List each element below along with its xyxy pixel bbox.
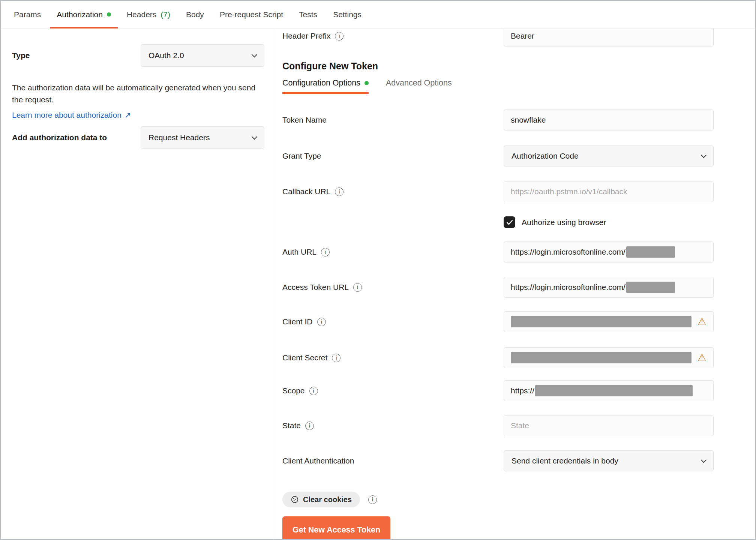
grant-type-select[interactable]: Authorization Code xyxy=(504,146,714,166)
warning-icon[interactable]: ⚠ xyxy=(698,317,706,327)
green-dot-icon xyxy=(364,81,369,85)
warning-icon[interactable]: ⚠ xyxy=(698,353,706,363)
subtab-label: Advanced Options xyxy=(386,78,452,88)
info-icon[interactable]: i xyxy=(335,32,344,40)
token-config-subtabs: Configuration Options Advanced Options xyxy=(282,78,714,94)
authorize-browser-checkbox[interactable] xyxy=(504,216,515,228)
auth-description: The authorization data will be automatic… xyxy=(12,82,260,106)
oauth2-config-panel: Header Prefix i Configure New Token Conf… xyxy=(274,28,755,539)
authorize-browser-label[interactable]: Authorize using browser xyxy=(522,218,606,227)
info-icon[interactable]: i xyxy=(317,318,326,326)
clear-cookies-button[interactable]: Clear cookies xyxy=(282,492,360,507)
token-name-label: Token Name xyxy=(282,116,327,124)
access-token-url-row: Access Token URL i https://login.microso… xyxy=(282,277,714,298)
tab-label: Params xyxy=(14,10,41,19)
client-id-row: Client ID i ⚠ xyxy=(282,311,714,332)
state-label: State xyxy=(282,421,301,430)
tab-label: Authorization xyxy=(57,10,103,19)
client-authentication-row: Client Authentication Send client creden… xyxy=(282,450,714,471)
tab-tests[interactable]: Tests xyxy=(291,1,325,28)
subtab-advanced-options[interactable]: Advanced Options xyxy=(386,78,452,94)
auth-type-row: Type OAuth 2.0 xyxy=(12,44,264,67)
state-input[interactable] xyxy=(504,415,714,436)
grant-type-label: Grant Type xyxy=(282,152,321,160)
auth-url-value: https://login.microsoftonline.com/ xyxy=(511,248,626,256)
add-auth-data-label: Add authorization data to xyxy=(12,133,107,142)
tab-authorization[interactable]: Authorization xyxy=(49,1,119,28)
tab-pre-request-script[interactable]: Pre-request Script xyxy=(212,1,291,28)
authorization-content: Type OAuth 2.0 The authorization data wi… xyxy=(1,28,755,539)
header-prefix-label-group: Header Prefix i xyxy=(282,32,504,40)
tab-headers[interactable]: Headers (7) xyxy=(119,1,178,28)
learn-more-text: Learn more about authorization xyxy=(12,111,122,120)
scope-value: https:// xyxy=(511,386,534,395)
add-auth-data-row: Add authorization data to Request Header… xyxy=(12,126,264,149)
access-token-url-label: Access Token URL xyxy=(282,283,349,292)
chevron-down-icon xyxy=(701,457,707,463)
tab-settings[interactable]: Settings xyxy=(325,1,369,28)
info-icon[interactable]: i xyxy=(353,283,362,292)
scope-input[interactable]: https:// xyxy=(504,380,714,401)
client-authentication-label: Client Authentication xyxy=(282,456,354,465)
external-link-icon: ↗ xyxy=(124,111,131,120)
grant-type-value: Authorization Code xyxy=(512,152,579,160)
scope-label: Scope xyxy=(282,386,305,395)
client-id-label: Client ID xyxy=(282,317,313,326)
redacted-value xyxy=(511,352,692,363)
tab-label: Tests xyxy=(299,10,317,19)
access-token-url-value: https://login.microsoftonline.com/ xyxy=(511,283,626,292)
checkmark-icon xyxy=(506,219,513,226)
redacted-value xyxy=(511,316,692,327)
chevron-down-icon xyxy=(701,152,707,158)
client-secret-label: Client Secret xyxy=(282,353,327,362)
info-icon[interactable]: i xyxy=(305,422,314,430)
header-prefix-row: Header Prefix i xyxy=(282,28,714,46)
add-auth-data-value: Request Headers xyxy=(148,133,210,142)
cookie-icon xyxy=(291,495,299,504)
grant-type-row: Grant Type Authorization Code xyxy=(282,146,714,166)
subtab-label: Configuration Options xyxy=(282,78,360,88)
auth-url-label: Auth URL xyxy=(282,248,316,256)
client-secret-input[interactable]: ⚠ xyxy=(504,347,714,368)
tab-label: Pre-request Script xyxy=(220,10,283,19)
tab-label: Settings xyxy=(333,10,362,19)
client-authentication-select[interactable]: Send client credentials in body xyxy=(504,450,714,471)
auth-url-row: Auth URL i https://login.microsoftonline… xyxy=(282,242,714,262)
callback-url-input[interactable] xyxy=(504,181,714,202)
auth-url-input[interactable]: https://login.microsoftonline.com/ xyxy=(504,242,714,262)
redacted-value xyxy=(535,385,693,396)
client-secret-row: Client Secret i ⚠ xyxy=(282,347,714,368)
info-icon[interactable]: i xyxy=(321,248,330,256)
headers-count-badge: (7) xyxy=(160,10,170,19)
info-icon[interactable]: i xyxy=(368,495,377,504)
client-authentication-value: Send client credentials in body xyxy=(512,456,618,465)
redacted-value xyxy=(626,246,675,258)
access-token-url-input[interactable]: https://login.microsoftonline.com/ xyxy=(504,277,714,298)
client-id-input[interactable]: ⚠ xyxy=(504,311,714,332)
info-icon[interactable]: i xyxy=(332,354,340,362)
callback-url-row: Callback URL i xyxy=(282,181,714,202)
chevron-down-icon xyxy=(252,51,258,57)
get-new-access-token-button[interactable]: Get New Access Token xyxy=(282,516,390,539)
state-row: State i xyxy=(282,415,714,436)
clear-cookies-label: Clear cookies xyxy=(303,495,352,504)
tab-label: Body xyxy=(186,10,204,19)
token-name-row: Token Name xyxy=(282,110,714,130)
token-name-input[interactable] xyxy=(504,110,714,130)
info-icon[interactable]: i xyxy=(335,188,344,196)
scope-row: Scope i https:// xyxy=(282,380,714,401)
tab-params[interactable]: Params xyxy=(6,1,49,28)
learn-more-link[interactable]: Learn more about authorization ↗ xyxy=(12,111,131,120)
add-auth-data-select[interactable]: Request Headers xyxy=(141,126,264,149)
authorize-browser-row: Authorize using browser xyxy=(282,216,714,228)
configure-new-token-title: Configure New Token xyxy=(282,61,714,72)
auth-type-select[interactable]: OAuth 2.0 xyxy=(141,44,264,67)
subtab-configuration-options[interactable]: Configuration Options xyxy=(282,78,369,94)
info-icon[interactable]: i xyxy=(309,387,318,395)
auth-type-value: OAuth 2.0 xyxy=(148,51,184,60)
callback-url-label: Callback URL xyxy=(282,187,330,196)
tab-label: Headers xyxy=(127,10,156,19)
tab-body[interactable]: Body xyxy=(178,1,212,28)
header-prefix-input[interactable] xyxy=(504,28,714,46)
redacted-value xyxy=(626,282,675,293)
